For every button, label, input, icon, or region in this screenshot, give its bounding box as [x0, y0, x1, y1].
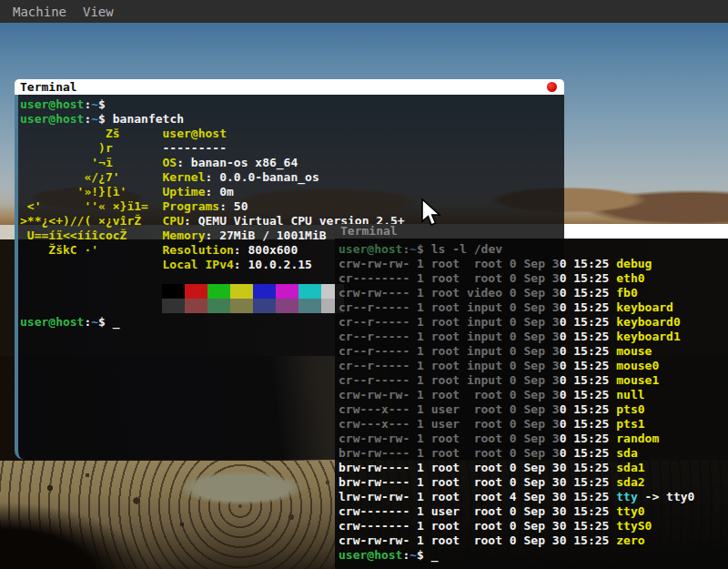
- color-swatch: [253, 299, 276, 313]
- fetch-line: Zš user@host: [20, 127, 564, 141]
- ls-row: cr-------- 1 root root 0 Sep 30 15:25 et…: [339, 271, 728, 286]
- ls-row: crw------- 1 root root 0 Sep 30 15:25 tt…: [339, 519, 728, 533]
- term2-command-line: user@host:~$ ls -l /dev: [339, 242, 728, 257]
- menu-item-view[interactable]: View: [83, 5, 114, 19]
- term1-prompt-line: user@host:~$: [20, 97, 564, 112]
- terminal2-titlebar-bright: [564, 224, 728, 239]
- ls-row: cr--r----- 1 root input 0 Sep 30 15:25 m…: [339, 344, 728, 359]
- vm-menubar: MachineView: [0, 0, 728, 23]
- ls-row: cr--r----- 1 root input 0 Sep 30 15:25 k…: [339, 330, 728, 344]
- ls-row: crw-rw-rw- 1 root root 0 Sep 30 15:25 nu…: [339, 388, 728, 402]
- ls-row: cr--r----- 1 root input 0 Sep 30 15:25 m…: [339, 359, 728, 373]
- fetch-line: <' ''« ×}ï1= Programs: 50: [20, 199, 564, 214]
- term2-active-prompt: user@host:~$ _: [339, 548, 728, 563]
- ls-row: crw------- 1 user root 0 Sep 30 15:25 tt…: [339, 504, 728, 519]
- term1-command-line: user@host:~$ bananfetch: [20, 112, 564, 127]
- ls-row: crw-rw-rw- 1 root root 0 Sep 30 15:25 ze…: [339, 533, 728, 548]
- color-swatch: [162, 299, 185, 313]
- terminal-window-2: Terminal user@host:~$ ls -l /devcrw-rw-r…: [335, 224, 728, 569]
- color-swatch: [207, 299, 230, 313]
- ls-row: crw---x--- 1 user root 0 Sep 30 15:25 pt…: [339, 417, 728, 432]
- color-swatch: [185, 284, 207, 299]
- color-swatch: [162, 284, 185, 299]
- terminal1-title: Terminal: [20, 79, 77, 95]
- terminal1-titlebar[interactable]: Terminal: [15, 79, 564, 95]
- ls-row: crw-rw---- 1 root video 0 Sep 30 15:25 f…: [339, 286, 728, 300]
- color-swatch: [207, 284, 230, 299]
- ls-row: brw-rw---- 1 root root 0 Sep 30 15:25 sd…: [339, 446, 728, 461]
- color-swatch: [253, 284, 276, 299]
- vm-screen: MachineView Terminal user@host:~$user@ho…: [0, 0, 728, 569]
- fetch-line: '¬ï OS: banan-os x86_64: [20, 156, 564, 170]
- ls-row: brw-rw---- 1 root root 0 Sep 30 15:25 sd…: [339, 475, 728, 490]
- color-swatch: [276, 299, 298, 313]
- ls-row: brw-rw---- 1 root root 0 Sep 30 15:25 sd…: [339, 461, 728, 475]
- color-swatch: [298, 299, 321, 313]
- ls-row: crw---x--- 1 user root 0 Sep 30 15:25 pt…: [339, 402, 728, 417]
- fetch-line: «/¿7' Kernel: 0.0.0-banan_os: [20, 170, 564, 185]
- ls-row: crw-rw-rw- 1 root root 0 Sep 30 15:25 ra…: [339, 432, 728, 446]
- terminal2-titlebar-shaded: Terminal: [335, 224, 564, 239]
- ls-row: lrw-rw-rw- 1 root root 4 Sep 30 15:25 tt…: [339, 490, 728, 504]
- color-swatch: [276, 284, 298, 299]
- ls-row: crw-rw-rw- 1 root root 0 Sep 30 15:25 de…: [339, 257, 728, 271]
- terminal2-titlebar[interactable]: Terminal: [335, 224, 728, 239]
- ls-row: cr--r----- 1 root input 0 Sep 30 15:25 m…: [339, 373, 728, 388]
- ls-row: cr--r----- 1 root input 0 Sep 30 15:25 k…: [339, 315, 728, 330]
- mouse-pointer-icon: [420, 198, 442, 228]
- color-swatch: [185, 299, 207, 313]
- menu-item-machine[interactable]: Machine: [13, 5, 66, 19]
- ls-row: cr--r----- 1 root input 0 Sep 30 15:25 k…: [339, 300, 728, 315]
- color-swatch: [298, 284, 321, 299]
- terminal2-title: Terminal: [340, 224, 398, 239]
- color-swatch: [230, 284, 253, 299]
- fetch-line: '»!}[ì' Uptime: 0m: [20, 185, 564, 199]
- terminal2-content[interactable]: user@host:~$ ls -l /devcrw-rw-rw- 1 root…: [335, 239, 728, 569]
- fetch-line: )r ---------: [20, 141, 564, 156]
- close-button-icon[interactable]: [547, 82, 557, 92]
- color-swatch: [230, 299, 253, 313]
